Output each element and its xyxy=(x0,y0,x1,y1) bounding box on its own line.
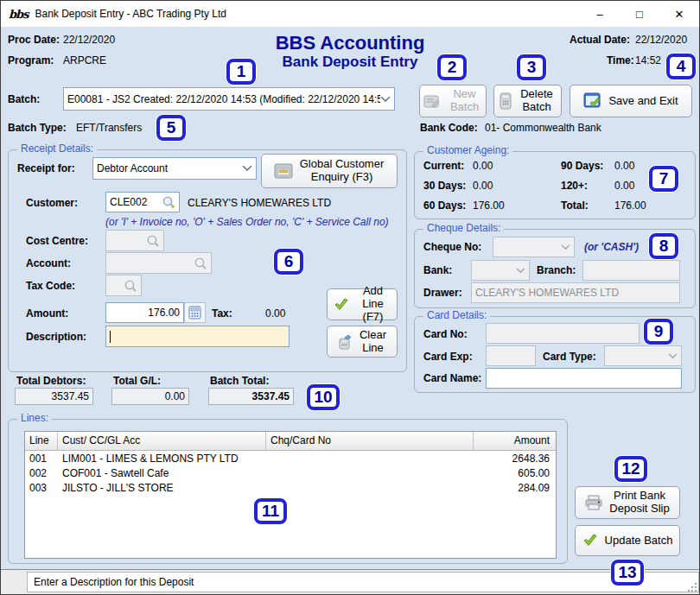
account-input[interactable] xyxy=(105,252,212,274)
ageing-60days-label: 60 Days: xyxy=(423,199,466,212)
cell-line: 002 xyxy=(25,467,58,479)
batch-select[interactable]: E00081 - JS2 Created: 22/12/2020 14:53 (… xyxy=(63,87,395,111)
status-message-field: Enter a Description for this Deposit xyxy=(27,572,699,592)
maximize-button[interactable]: □ xyxy=(620,1,659,27)
cell-cust: JILSTO - JILL'S STORE xyxy=(58,482,266,494)
minimize-button[interactable]: – xyxy=(580,1,620,27)
card-name-input[interactable] xyxy=(486,368,682,389)
global-customer-enquiry-button[interactable]: Global Customer Enquiry (F3) xyxy=(261,154,398,188)
save-and-exit-button[interactable]: Save and Exit xyxy=(570,85,692,117)
batch-type-label: Batch Type: xyxy=(8,122,67,134)
lines-group: Lines: Line Cust/ CC/GL Acc Chq/Card No … xyxy=(8,419,568,564)
delete-batch-label: Delete Batch xyxy=(518,88,556,114)
time-value: 14:52 xyxy=(635,54,661,66)
card-no-input[interactable] xyxy=(486,323,640,344)
bank-select[interactable] xyxy=(471,260,530,281)
clear-line-button[interactable]: Clear Line xyxy=(327,326,398,358)
update-batch-label: Update Batch xyxy=(605,535,673,548)
clear-line-label: Clear Line xyxy=(359,329,388,355)
customer-ageing-title: Customer Ageing: xyxy=(423,144,512,156)
total-gl-value: 0.00 xyxy=(165,390,185,402)
cheque-no-select[interactable] xyxy=(493,237,575,257)
branch-input[interactable] xyxy=(582,260,680,281)
total-gl-label: Total G/L: xyxy=(113,375,161,387)
col-header-cust[interactable]: Cust/ CC/GL Acc xyxy=(58,432,266,450)
batch-total-field: 3537.45 xyxy=(208,388,294,405)
actual-date-value: 22/12/2020 xyxy=(635,34,687,46)
lookup-magnifier-icon xyxy=(162,195,175,209)
lines-table[interactable]: Line Cust/ CC/GL Acc Chq/Card No Amount … xyxy=(24,431,557,559)
update-batch-button[interactable]: Update Batch xyxy=(575,525,680,556)
table-row[interactable]: 003 JILSTO - JILL'S STORE 284.09 xyxy=(25,480,556,495)
drawer-input[interactable]: CLEARY'S HOMEWARES LTD xyxy=(471,282,680,303)
lookup-magnifier-icon xyxy=(194,256,207,270)
annotation-badge-11: 11 xyxy=(254,498,287,524)
title-bar: bbs Bank Deposit Entry - ABC Trading Pty… xyxy=(1,1,699,27)
add-line-label: Add Line (F7) xyxy=(355,285,391,324)
ageing-total-label: Total: xyxy=(561,199,589,212)
global-customer-enquiry-label: Global Customer Enquiry (F3) xyxy=(299,158,385,184)
card-type-select[interactable] xyxy=(604,345,682,366)
resize-grip[interactable] xyxy=(686,581,697,592)
time-label: Time: xyxy=(607,54,634,66)
batch-selected-value: E00081 - JS2 Created: 22/12/2020 14:53 (… xyxy=(67,93,380,105)
cell-amount: 2648.36 xyxy=(474,453,556,465)
cell-line: 003 xyxy=(25,482,58,494)
description-input[interactable] xyxy=(105,326,290,347)
total-debtors-value: 3537.45 xyxy=(52,390,89,402)
ageing-90days-label: 90 Days: xyxy=(561,160,603,172)
printer-icon xyxy=(585,495,602,510)
cell-line: 001 xyxy=(25,453,58,465)
card-exp-input[interactable] xyxy=(486,345,536,366)
card-type-label: Card Type: xyxy=(543,351,596,363)
col-header-line[interactable]: Line xyxy=(25,432,58,450)
branch-label: Branch: xyxy=(537,264,576,276)
tax-code-label: Tax Code: xyxy=(26,280,75,292)
ageing-current-label: Current: xyxy=(423,160,464,172)
new-batch-button[interactable]: New Batch xyxy=(419,85,487,117)
annotation-badge-7: 7 xyxy=(649,166,678,192)
add-line-button[interactable]: Add Line (F7) xyxy=(327,288,398,320)
delete-batch-icon xyxy=(500,92,512,110)
col-header-chq[interactable]: Chq/Card No xyxy=(266,432,474,450)
annotation-badge-1: 1 xyxy=(226,59,256,85)
amount-calculator-button[interactable] xyxy=(184,302,206,323)
ageing-60days-value: 176.00 xyxy=(473,199,505,212)
customer-code-input[interactable]: CLE002 xyxy=(105,192,180,212)
tax-code-input[interactable] xyxy=(105,275,142,296)
cost-centre-input[interactable] xyxy=(105,230,164,251)
table-row[interactable]: 001 LIM001 - LIMES & LEMONS PTY LTD 2648… xyxy=(25,451,556,465)
amount-input[interactable]: 176.00 xyxy=(105,302,184,323)
batch-type-value: EFT/Transfers xyxy=(76,122,142,134)
cost-centre-label: Cost Centre: xyxy=(26,235,88,247)
receipt-for-select[interactable]: Debtor Account xyxy=(92,157,257,180)
table-row[interactable]: 002 COF001 - Sawtell Cafe 605.00 xyxy=(25,465,556,480)
col-header-amount[interactable]: Amount xyxy=(474,432,556,450)
card-file-icon xyxy=(274,163,293,179)
annotation-badge-12: 12 xyxy=(614,456,647,482)
receipt-for-value: Debtor Account xyxy=(97,162,168,174)
customer-code-value: CLE002 xyxy=(110,196,147,208)
chevron-down-icon xyxy=(516,268,525,274)
save-exit-label: Save and Exit xyxy=(608,95,678,108)
receipt-for-label: Receipt for: xyxy=(17,162,75,174)
annotation-badge-6: 6 xyxy=(274,249,303,275)
batch-total-label: Batch Total: xyxy=(210,375,269,387)
receipt-details-group: Receipt Details: Receipt for: Debtor Acc… xyxy=(8,149,407,372)
chevron-down-icon xyxy=(242,165,252,172)
cell-amount: 284.09 xyxy=(474,482,556,494)
annotation-badge-5: 5 xyxy=(156,115,186,141)
ageing-90days-value: 0.00 xyxy=(614,160,634,172)
calculator-icon xyxy=(188,306,201,320)
customer-hint: (or 'I' + Invoice no, 'O' + Sales Order … xyxy=(105,216,389,228)
lookup-magnifier-icon xyxy=(146,234,160,248)
new-batch-label: New Batch xyxy=(447,88,483,114)
bank-code-value: 01- Commonwealth Bank xyxy=(485,122,601,134)
app-logo-icon: bbs xyxy=(9,8,29,21)
screen-title: Bank Deposit Entry xyxy=(1,54,699,71)
print-bank-deposit-slip-button[interactable]: Print Bank Deposit Slip xyxy=(575,486,680,519)
total-debtors-field: 3537.45 xyxy=(15,388,93,405)
delete-batch-button[interactable]: Delete Batch xyxy=(493,85,562,117)
status-bar: Enter a Description for this Deposit xyxy=(1,569,699,594)
close-button[interactable]: ✕ xyxy=(659,1,699,27)
